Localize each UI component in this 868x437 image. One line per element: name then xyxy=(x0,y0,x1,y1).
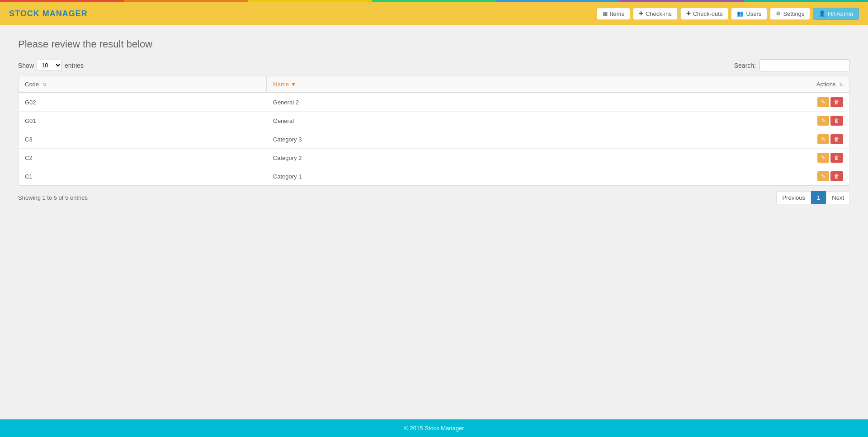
col-name[interactable]: Name ▼ xyxy=(267,76,563,93)
nav-users-label: Users xyxy=(746,10,761,17)
table-row: C1Category 1✎🗑 xyxy=(19,167,850,186)
actions-sort-icon: ⇅ xyxy=(839,82,843,87)
delete-button[interactable]: 🗑 xyxy=(830,116,843,126)
search-label: Search: xyxy=(734,62,756,69)
entries-select[interactable]: 10 25 50 100 xyxy=(37,60,62,71)
table-controls: Show 10 25 50 100 entries Search: xyxy=(18,59,850,71)
cell-actions: ✎🗑 xyxy=(563,93,850,112)
edit-button[interactable]: ✎ xyxy=(817,134,829,144)
col-actions[interactable]: Actions ⇅ xyxy=(563,76,850,93)
table-row: G02General 2✎🗑 xyxy=(19,93,850,112)
cell-code: G02 xyxy=(19,93,267,112)
search-box: Search: xyxy=(734,59,850,71)
cell-code: G01 xyxy=(19,112,267,130)
cell-name: Category 3 xyxy=(267,130,563,149)
col-code[interactable]: Code ⇅ xyxy=(19,76,267,93)
edit-button[interactable]: ✎ xyxy=(817,116,829,126)
nav-settings-button[interactable]: ⚙ Settings xyxy=(770,8,810,20)
show-entries-control: Show 10 25 50 100 entries xyxy=(18,60,84,71)
nav-checkins-label: Check-ins xyxy=(646,10,672,17)
brand-title: STOCK MANAGER xyxy=(9,9,88,19)
nav-admin-label: Hi! Admin xyxy=(828,10,853,17)
settings-icon: ⚙ xyxy=(776,10,781,17)
admin-icon: 👤 xyxy=(819,10,826,17)
cell-code: C1 xyxy=(19,167,267,186)
delete-button[interactable]: 🗑 xyxy=(830,153,843,163)
items-icon: ▦ xyxy=(603,10,608,17)
col-actions-label: Actions xyxy=(816,81,836,88)
cell-actions: ✎🗑 xyxy=(563,130,850,149)
entries-label: entries xyxy=(65,62,84,69)
delete-button[interactable]: 🗑 xyxy=(830,97,843,107)
showing-info: Showing 1 to 5 of 5 entries xyxy=(18,194,88,201)
table-row: G01General✎🗑 xyxy=(19,112,850,130)
edit-button[interactable]: ✎ xyxy=(817,153,829,163)
name-sort-icon: ▼ xyxy=(291,81,297,88)
nav-checkouts-label: Check-outs xyxy=(693,10,723,17)
next-page-button[interactable]: Next xyxy=(826,191,850,204)
prev-page-button[interactable]: Previous xyxy=(776,191,811,204)
col-name-label: Name xyxy=(273,81,289,88)
checkouts-icon: ✚ xyxy=(686,10,691,17)
code-sort-icon: ⇅ xyxy=(42,82,47,87)
pagination: Previous 1 Next xyxy=(776,191,850,204)
nav-users-button[interactable]: 👥 Users xyxy=(731,8,767,20)
users-icon: 👥 xyxy=(737,10,744,17)
footer: © 2015 Stock Manager xyxy=(0,419,868,437)
footer-text: © 2015 Stock Manager xyxy=(404,425,464,432)
page-1-button[interactable]: 1 xyxy=(811,191,826,204)
cell-code: C3 xyxy=(19,130,267,149)
nav-admin-button[interactable]: 👤 Hi! Admin xyxy=(813,8,859,20)
cell-actions: ✎🗑 xyxy=(563,149,850,167)
table-row: C2Category 2✎🗑 xyxy=(19,149,850,167)
nav-checkins-button[interactable]: ✚ Check-ins xyxy=(633,8,678,20)
cell-actions: ✎🗑 xyxy=(563,112,850,130)
header: STOCK MANAGER ▦ Items ✚ Check-ins ✚ Chec… xyxy=(0,2,868,25)
col-code-label: Code xyxy=(25,81,39,88)
main-content: Please review the result below Show 10 2… xyxy=(0,25,868,419)
delete-button[interactable]: 🗑 xyxy=(830,134,843,144)
nav-items-button[interactable]: ▦ Items xyxy=(597,8,630,20)
table-footer: Showing 1 to 5 of 5 entries Previous 1 N… xyxy=(18,191,850,204)
nav-items-label: Items xyxy=(610,10,624,17)
edit-button[interactable]: ✎ xyxy=(817,171,829,181)
search-input[interactable] xyxy=(760,59,850,71)
nav-checkouts-button[interactable]: ✚ Check-outs xyxy=(680,8,729,20)
nav-buttons: ▦ Items ✚ Check-ins ✚ Check-outs 👥 Users… xyxy=(597,8,859,20)
table-body: G02General 2✎🗑G01General✎🗑C3Category 3✎🗑… xyxy=(19,93,850,186)
cell-name: Category 1 xyxy=(267,167,563,186)
nav-settings-label: Settings xyxy=(783,10,804,17)
table-row: C3Category 3✎🗑 xyxy=(19,130,850,149)
cell-name: General 2 xyxy=(267,93,563,112)
cell-actions: ✎🗑 xyxy=(563,167,850,186)
cell-name: Category 2 xyxy=(267,149,563,167)
edit-button[interactable]: ✎ xyxy=(817,97,829,107)
checkins-icon: ✚ xyxy=(639,10,643,17)
delete-button[interactable]: 🗑 xyxy=(830,171,843,181)
cell-name: General xyxy=(267,112,563,130)
page-title: Please review the result below xyxy=(18,38,850,50)
cell-code: C2 xyxy=(19,149,267,167)
show-label: Show xyxy=(18,62,34,69)
table-header: Code ⇅ Name ▼ Actions ⇅ xyxy=(19,76,850,93)
data-table: Code ⇅ Name ▼ Actions ⇅ G02General 2✎🗑G0… xyxy=(18,76,850,186)
header-row: Code ⇅ Name ▼ Actions ⇅ xyxy=(19,76,850,93)
